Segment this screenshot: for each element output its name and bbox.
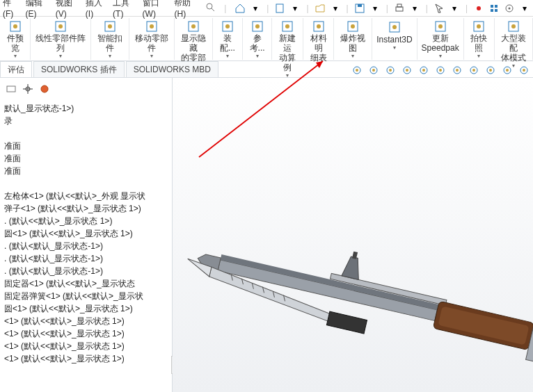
chevron-down-icon[interactable]: ▾ bbox=[289, 3, 301, 14]
chevron-down-icon[interactable]: ▾ bbox=[351, 53, 354, 59]
ribbon-sidebar[interactable]: 件预览▾ bbox=[0, 18, 31, 60]
chevron-down-icon[interactable]: ▾ bbox=[59, 53, 62, 59]
svg-point-0 bbox=[207, 3, 212, 9]
chevron-down-icon[interactable]: ▾ bbox=[226, 53, 229, 59]
options-icon[interactable] bbox=[488, 3, 500, 14]
chevron-down-icon[interactable]: ▾ bbox=[150, 53, 153, 59]
locate-icon[interactable] bbox=[22, 83, 33, 97]
chevron-down-icon[interactable]: ▾ bbox=[477, 53, 480, 59]
tree-item[interactable]: 弹子<1> (默认<<默认>_显示状态 1>) bbox=[4, 202, 170, 215]
home-icon[interactable] bbox=[234, 3, 246, 14]
menu-insert[interactable]: 插入(I) bbox=[86, 0, 106, 19]
menu-view[interactable]: 视图(V) bbox=[56, 0, 79, 19]
tree-item[interactable]: 准面 bbox=[4, 165, 170, 177]
settings-icon[interactable] bbox=[504, 3, 515, 14]
tree-item[interactable]: 固定器<1> (默认<<默认>_显示状态 bbox=[4, 277, 170, 290]
ribbon-fastener[interactable]: 智能扣件▾ bbox=[91, 18, 129, 60]
chevron-down-icon[interactable]: ▾ bbox=[449, 3, 460, 14]
menu-tools[interactable]: 工具(T) bbox=[113, 0, 136, 19]
chevron-down-icon[interactable]: ▾ bbox=[393, 44, 396, 51]
chevron-down-icon[interactable]: ▾ bbox=[109, 53, 111, 59]
open-icon[interactable] bbox=[315, 3, 326, 14]
eye-icon bbox=[186, 19, 200, 33]
tree-item[interactable]: <1> (默认<<默认>_显示状态 1>) bbox=[4, 327, 170, 340]
chevron-down-icon[interactable]: ▾ bbox=[519, 3, 530, 14]
ribbon-move[interactable]: 移动零部件▾ bbox=[129, 18, 175, 60]
new-icon[interactable] bbox=[274, 3, 285, 14]
tree-item[interactable]: <1> (默认<<默认>_显示状态 1>) bbox=[4, 315, 170, 327]
tree-item[interactable]: . (默认<默认_显示状态-1>) bbox=[4, 252, 170, 265]
tree-item[interactable]: 左枪体<1> (默认<<默认>_外观 显示状 bbox=[4, 190, 170, 202]
ribbon-instant3d[interactable]: Instant3D▾ bbox=[372, 18, 417, 60]
ribbon-motion[interactable]: 新建运 动算例▾ bbox=[272, 18, 303, 60]
graphics-viewport[interactable] bbox=[173, 78, 533, 392]
tree-item[interactable]: . (默认<<默认>_显示状态 1>) bbox=[4, 215, 170, 227]
ribbon-explode[interactable]: 爆炸视图▾ bbox=[334, 18, 372, 60]
menu-file[interactable]: 件(F) bbox=[3, 0, 19, 19]
svg-point-70 bbox=[41, 85, 48, 92]
tree-item[interactable]: 圆<1> (默认<<默认>_显示状态 1>) bbox=[4, 227, 170, 240]
menu-help[interactable]: 帮助(H) bbox=[174, 0, 198, 19]
tab-swaddins[interactable]: SOLIDWORKS 插件 bbox=[33, 61, 125, 77]
tab-eval[interactable]: 评估 bbox=[0, 61, 32, 77]
ribbon-snapshot[interactable]: 拍快照▾ bbox=[464, 18, 495, 60]
ribbon-reffeat[interactable]: 参考...▾ bbox=[243, 18, 273, 60]
tree-item[interactable] bbox=[4, 177, 170, 190]
svg-point-55 bbox=[456, 69, 459, 72]
chevron-down-icon[interactable]: ▾ bbox=[250, 3, 261, 14]
ribbon-largeasm[interactable]: 大型装配 体模式▾ bbox=[495, 18, 533, 60]
section-icon[interactable] bbox=[401, 64, 413, 76]
tree-item[interactable]: 准面 bbox=[4, 152, 170, 165]
chevron-down-icon[interactable]: ▾ bbox=[330, 3, 341, 14]
display-state-icon[interactable] bbox=[518, 64, 530, 76]
sphere-icon[interactable] bbox=[39, 83, 50, 97]
chevron-down-icon[interactable]: ▾ bbox=[256, 53, 259, 59]
feature-tree[interactable]: 默认_显示状态-1>)录 准面准面准面 左枪体<1> (默认<<默认>_外观 显… bbox=[1, 102, 170, 365]
screen-icon[interactable] bbox=[501, 64, 514, 76]
scene-icon[interactable] bbox=[451, 64, 463, 76]
appearance-icon[interactable] bbox=[468, 64, 480, 76]
tab-swmbd[interactable]: SOLIDWORKS MBD bbox=[126, 61, 218, 77]
hide-icon[interactable] bbox=[6, 83, 17, 97]
svg-rect-66 bbox=[7, 86, 15, 92]
svg-point-51 bbox=[422, 69, 425, 72]
ribbon-speedpak[interactable]: 更新 Speedpak▾ bbox=[417, 18, 464, 60]
tree-item[interactable]: <1> (默认<<默认>_显示状态 1>) bbox=[4, 340, 170, 352]
zoom-icon[interactable] bbox=[351, 64, 363, 76]
tree-item[interactable]: 准面 bbox=[4, 140, 170, 152]
chevron-down-icon[interactable]: ▾ bbox=[409, 3, 420, 14]
rotate-icon[interactable] bbox=[367, 64, 380, 76]
menu-window[interactable]: 窗口(W) bbox=[143, 0, 168, 19]
ribbon-bom[interactable]: 材料明 细表▾ bbox=[303, 18, 334, 60]
tree-item[interactable]: 录 bbox=[4, 115, 170, 127]
features-icon bbox=[221, 19, 234, 33]
fastener-icon bbox=[103, 19, 117, 33]
tree-item[interactable] bbox=[4, 127, 170, 140]
chevron-down-icon[interactable]: ▾ bbox=[439, 53, 442, 59]
toggle-red-icon[interactable] bbox=[473, 3, 484, 14]
ribbon-features[interactable]: 装配...▾ bbox=[213, 18, 243, 60]
shaded-icon[interactable] bbox=[417, 64, 430, 76]
tree-item[interactable]: . (默认<默认_显示状态-1>) bbox=[4, 265, 170, 277]
tree-item[interactable]: <1> (默认<<默认>_显示状态 1>) bbox=[4, 352, 170, 365]
print-icon[interactable] bbox=[394, 3, 405, 14]
tree-item[interactable]: 默认_显示状态-1>) bbox=[4, 102, 170, 115]
wireframe-icon[interactable] bbox=[384, 64, 397, 76]
decal-icon[interactable] bbox=[484, 64, 497, 76]
menu-edit[interactable]: 编辑(E) bbox=[26, 0, 49, 19]
bom-icon bbox=[312, 19, 326, 33]
tree-item[interactable]: 固定器弹簧<1> (默认<<默认>_显示状 bbox=[4, 290, 170, 302]
chevron-down-icon[interactable]: ▾ bbox=[14, 53, 17, 59]
view-toolbar bbox=[351, 64, 530, 76]
search-icon[interactable] bbox=[205, 1, 216, 15]
pointer-icon[interactable] bbox=[433, 3, 445, 14]
tree-item[interactable]: 圆<1> (默认<<默认>_显示状态 1>) bbox=[4, 302, 170, 315]
tree-item[interactable]: . (默认<默认_显示状态-1>) bbox=[4, 240, 170, 252]
chevron-down-icon[interactable]: ▾ bbox=[317, 63, 320, 69]
ribbon-pattern[interactable]: 线性零部件阵列▾ bbox=[31, 18, 90, 60]
ribbon-showhide[interactable]: 显示隐藏 的零部件▾ bbox=[175, 18, 213, 60]
rifle-model bbox=[180, 224, 533, 392]
chevron-down-icon[interactable]: ▾ bbox=[369, 3, 381, 14]
render-icon[interactable] bbox=[434, 64, 447, 76]
save-icon[interactable] bbox=[354, 3, 365, 14]
